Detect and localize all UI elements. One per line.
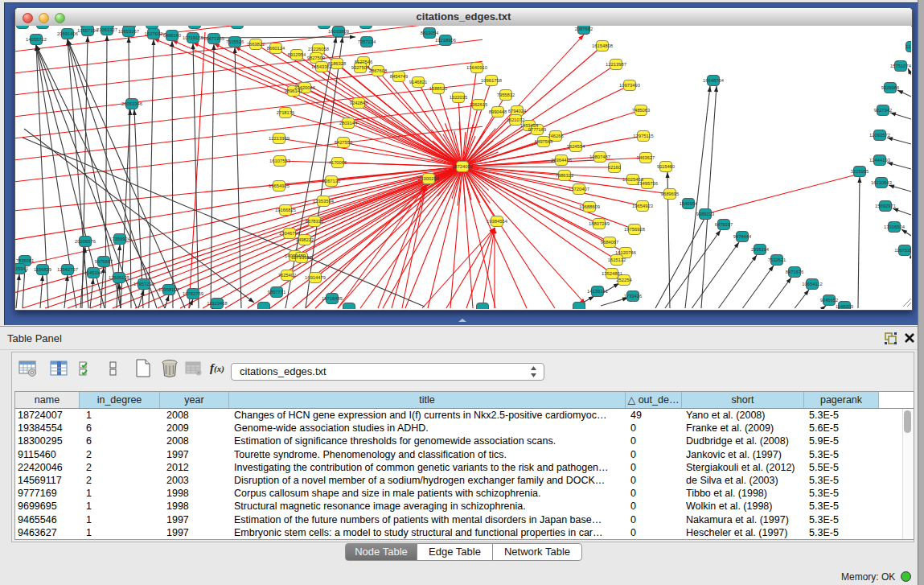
svg-text:17957223: 17957223 [133, 282, 154, 286]
svg-text:12942737: 12942737 [57, 267, 78, 272]
svg-text:2087682: 2087682 [575, 27, 593, 31]
svg-text:19654925: 19654925 [269, 183, 290, 188]
svg-text:25300293: 25300293 [418, 176, 439, 181]
svg-text:16914479: 16914479 [305, 275, 326, 280]
svg-text:6479197: 6479197 [715, 222, 733, 227]
svg-text:2935114: 2935114 [751, 247, 770, 252]
svg-text:12975115: 12975115 [633, 134, 653, 138]
svg-text:19756928: 19756928 [624, 227, 645, 232]
svg-text:16107553: 16107553 [269, 159, 290, 163]
svg-text:14136141: 14136141 [587, 289, 608, 294]
svg-text:16782759: 16782759 [183, 291, 203, 296]
svg-text:3915941: 3915941 [15, 266, 28, 271]
svg-text:3624554: 3624554 [567, 144, 585, 149]
svg-text:21061327: 21061327 [97, 27, 117, 32]
svg-text:15692971: 15692971 [875, 204, 896, 208]
svg-text:12093572: 12093572 [869, 133, 890, 138]
svg-text:13524851: 13524851 [602, 271, 622, 276]
svg-text:19654923: 19654923 [632, 204, 653, 208]
svg-text:23226058: 23226058 [308, 47, 329, 51]
svg-text:1588520: 1588520 [429, 86, 448, 91]
svg-text:11923468: 11923468 [207, 301, 227, 306]
svg-text:8427552: 8427552 [335, 140, 353, 145]
svg-text:9689695: 9689695 [661, 192, 680, 196]
svg-text:1733426: 1733426 [624, 294, 643, 299]
svg-text:9327508: 9327508 [351, 65, 370, 70]
svg-text:10973493: 10973493 [619, 83, 640, 88]
svg-text:15751074: 15751074 [890, 64, 911, 68]
svg-text:19384554: 19384554 [487, 219, 508, 224]
svg-text:12213369: 12213369 [269, 136, 290, 141]
svg-text:8127546: 8127546 [355, 60, 373, 64]
svg-text:7632621: 7632621 [768, 257, 786, 262]
svg-text:8660124: 8660124 [267, 46, 285, 51]
svg-text:10654112: 10654112 [802, 282, 822, 286]
svg-text:1145194: 1145194 [84, 270, 103, 275]
svg-text:10653267: 10653267 [118, 29, 139, 34]
svg-text:252254: 252254 [616, 278, 632, 282]
svg-text:9227342: 9227342 [874, 108, 893, 113]
svg-text:8678332: 8678332 [306, 219, 324, 224]
svg-text:15716485: 15716485 [322, 296, 343, 301]
svg-text:7835061: 7835061 [16, 258, 35, 263]
svg-text:9827509: 9827509 [307, 56, 326, 60]
svg-text:8186328: 8186328 [328, 61, 347, 66]
svg-text:3498222: 3498222 [296, 237, 314, 242]
svg-text:8454749: 8454749 [390, 74, 409, 79]
svg-text:746266: 746266 [548, 134, 563, 138]
svg-text:9146821: 9146821 [409, 80, 428, 84]
svg-text:1615132: 1615132 [608, 257, 626, 262]
svg-text:12213987: 12213987 [606, 62, 626, 67]
svg-text:8471676: 8471676 [786, 270, 804, 274]
svg-text:62160: 62160 [608, 165, 621, 170]
svg-text:9463627: 9463627 [637, 155, 655, 160]
svg-text:6497568: 6497568 [535, 139, 553, 144]
svg-text:16210643: 16210643 [871, 180, 892, 185]
svg-text:12505135: 12505135 [109, 275, 129, 280]
svg-text:7485063: 7485063 [632, 108, 651, 113]
svg-text:7986322: 7986322 [556, 173, 574, 178]
svg-text:7955812: 7955812 [497, 93, 515, 97]
svg-text:9896142: 9896142 [285, 89, 303, 93]
svg-text:20364436: 20364436 [551, 158, 572, 163]
svg-text:9245652: 9245652 [820, 298, 839, 303]
svg-text:9684067: 9684067 [601, 240, 619, 245]
svg-text:16154808: 16154808 [592, 43, 613, 48]
svg-text:12353594: 12353594 [313, 199, 335, 204]
svg-text:1148209: 1148209 [836, 304, 853, 309]
svg-text:9242848: 9242848 [350, 101, 368, 105]
svg-text:16648764: 16648764 [703, 78, 725, 83]
svg-text:10671355: 10671355 [203, 36, 224, 41]
svg-text:18724007: 18724007 [452, 164, 473, 169]
svg-text:16033809: 16033809 [328, 29, 349, 34]
svg-text:13640910: 13640910 [466, 65, 487, 70]
svg-text:17016504: 17016504 [884, 225, 906, 229]
svg-text:12444193: 12444193 [869, 158, 890, 163]
svg-text:3267130: 3267130 [322, 179, 341, 183]
svg-text:6794024: 6794024 [508, 109, 527, 113]
svg-text:6466160: 6466160 [163, 33, 182, 38]
svg-text:1621072: 1621072 [507, 117, 525, 122]
svg-text:4170065: 4170065 [329, 160, 347, 165]
svg-text:20206576: 20206576 [75, 239, 96, 244]
svg-text:7357224: 7357224 [358, 39, 376, 44]
svg-text:7663822: 7663822 [247, 42, 265, 47]
svg-text:1322035: 1322035 [450, 95, 468, 100]
svg-text:3215955: 3215955 [851, 169, 869, 174]
svg-text:2718176: 2718176 [277, 110, 295, 115]
svg-text:10688609: 10688609 [579, 204, 600, 209]
svg-text:19166825: 19166825 [275, 208, 296, 212]
svg-text:10046796: 10046796 [279, 231, 300, 236]
svg-text:8990448: 8990448 [489, 109, 507, 114]
svg-text:10719155: 10719155 [183, 35, 203, 40]
svg-text:11171: 11171 [906, 44, 911, 49]
svg-text:20691406: 20691406 [57, 31, 78, 36]
svg-text:8813054: 8813054 [421, 31, 439, 35]
svg-text:10958107: 10958107 [158, 287, 179, 292]
svg-text:9329966: 9329966 [881, 85, 900, 90]
svg-text:10557194: 10557194 [77, 28, 99, 33]
svg-text:2803144: 2803144 [339, 121, 358, 126]
svg-text:9857771: 9857771 [268, 290, 286, 295]
svg-text:9474444: 9474444 [733, 234, 752, 239]
svg-text:10807487: 10807487 [589, 154, 610, 159]
